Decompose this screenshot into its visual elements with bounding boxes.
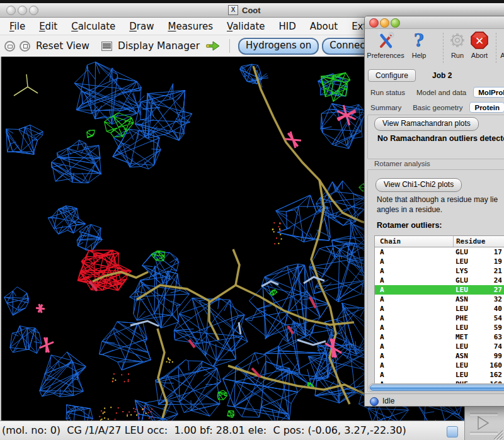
- zoom-window-icon[interactable]: [29, 6, 38, 15]
- close-window-icon[interactable]: [6, 6, 16, 15]
- menu-hid[interactable]: HID: [272, 19, 303, 34]
- dialog-toolbar-run-button: Run: [445, 30, 469, 59]
- menu-draw[interactable]: Draw: [122, 19, 161, 34]
- table-row[interactable]: ALYS21: [375, 266, 504, 276]
- zoom-dialog-icon[interactable]: [391, 18, 400, 28]
- dialog-status-text: Idle: [382, 397, 394, 405]
- dialog-toolbar-help-button[interactable]: ?Help: [404, 30, 434, 59]
- window-corner-panel: [464, 405, 504, 440]
- tab-configure[interactable]: Configure: [368, 69, 416, 82]
- divider: [470, 413, 498, 415]
- view-ramachandran-plots-button[interactable]: View Ramachandran plots: [374, 117, 479, 131]
- table-row[interactable]: ALEU160: [375, 361, 504, 370]
- column-header-chain[interactable]: Chain: [375, 236, 453, 247]
- tab-basic-geometry[interactable]: Basic geometry: [407, 103, 468, 113]
- display-icon[interactable]: [4, 41, 15, 52]
- dialog-toolbar-a-button[interactable]: A: [493, 30, 504, 59]
- gear-icon: [445, 30, 469, 50]
- table-row[interactable]: AGLU24: [375, 276, 504, 285]
- table-row[interactable]: ALEU162: [375, 370, 504, 380]
- dialog-toolbar-preferences-button[interactable]: Preferences: [366, 30, 405, 59]
- rotamer-outliers-label: Rotamer outliers:: [377, 221, 442, 230]
- ramachandran-message: No Ramachandran outliers detecte: [377, 134, 504, 143]
- scrollbar-thumb[interactable]: [370, 385, 504, 391]
- table-row[interactable]: ALEU40: [375, 304, 504, 313]
- tools-icon: [366, 30, 405, 50]
- rotamer-outliers-table: Chain Residue AGLU17ALEU19ALYS21AGLU24AL…: [374, 235, 504, 385]
- status-indicator-icon: [447, 426, 458, 437]
- no-icon: [493, 30, 504, 50]
- tab-protein[interactable]: Protein: [469, 102, 504, 113]
- column-header-residue[interactable]: Residue: [453, 236, 504, 247]
- display-manager-button[interactable]: Display Manager: [118, 40, 200, 52]
- table-row[interactable]: ALEU59: [375, 323, 504, 332]
- table-row[interactable]: AASN32: [375, 295, 504, 304]
- rotamer-frame-label: Rotamer analysis: [374, 160, 430, 167]
- stop-icon: ✕: [467, 30, 492, 50]
- green-arrow-icon[interactable]: [205, 40, 220, 52]
- table-row[interactable]: ALEU27: [375, 285, 504, 295]
- molprobity-dialog: Preferences?HelpRun✕AbortA ConfigureJob …: [364, 16, 504, 407]
- tab-row-categories: SummaryBasic geometryProteinCl: [365, 101, 504, 114]
- minimize-window-icon[interactable]: [18, 6, 27, 15]
- view-chi1-chi2-plots-button[interactable]: View Chi1-Chi2 plots: [375, 178, 462, 192]
- frame-icon[interactable]: [20, 41, 30, 52]
- x11-window-icon: X: [228, 5, 238, 15]
- menu-validate[interactable]: Validate: [220, 19, 272, 34]
- tab-molprobit[interactable]: MolProbit: [473, 87, 504, 98]
- table-row[interactable]: AASN99: [375, 351, 504, 361]
- ramachandran-panel: View Ramachandran plots No Ramachandran …: [367, 115, 504, 159]
- svg-text:?: ?: [414, 31, 424, 50]
- tab-row-sections: Run statusModel and dataMolProbit: [365, 86, 504, 99]
- tab-run-status[interactable]: Run status: [365, 87, 411, 98]
- horizontal-scrollbar[interactable]: [369, 383, 504, 392]
- rotamer-note-line1: Note that although a residue may lie: [377, 195, 498, 204]
- divider: [470, 432, 498, 434]
- table-row[interactable]: APHE54: [375, 313, 504, 323]
- display-manager-list-icon[interactable]: [101, 42, 112, 51]
- rotamer-note-line2: angles in a residue.: [377, 205, 442, 214]
- hydrogens-toggle-button[interactable]: Hydrogens on: [238, 38, 319, 55]
- coot-application: X Coot FileEditCalculateDrawMeasuresVali…: [0, 0, 504, 440]
- dialog-toolbar: Preferences?HelpRun✕AbortA: [365, 29, 504, 65]
- help-icon: ?: [404, 30, 434, 50]
- svg-text:✕: ✕: [475, 35, 484, 47]
- table-header[interactable]: Chain Residue: [375, 236, 504, 247]
- dialog-toolbar-abort-button[interactable]: ✕Abort: [467, 30, 492, 59]
- tab-summary[interactable]: Summary: [365, 103, 407, 113]
- menu-about[interactable]: About: [303, 19, 345, 34]
- menu-measures[interactable]: Measures: [161, 19, 220, 34]
- rotamer-panel: View Chi1-Chi2 plots Note that although …: [367, 169, 504, 392]
- expander-triangle-icon[interactable]: [478, 417, 488, 429]
- tab-row-jobs: ConfigureJob 2: [365, 68, 504, 83]
- blue-dot-icon: [370, 397, 379, 406]
- dialog-status-bar: Idle: [365, 393, 504, 407]
- menu-calculate[interactable]: Calculate: [64, 19, 122, 34]
- minimize-dialog-icon[interactable]: [380, 18, 389, 28]
- reset-view-button[interactable]: Reset View: [36, 40, 89, 52]
- menu-file[interactable]: File: [3, 19, 32, 34]
- dialog-titlebar: [365, 16, 504, 29]
- table-row[interactable]: ALEU74: [375, 342, 504, 351]
- toolbar-separator: [229, 39, 230, 53]
- tab-job-2[interactable]: Job 2: [432, 71, 452, 80]
- table-row[interactable]: ALEU19: [375, 257, 504, 266]
- atom-status-text: (mol. no: 0) CG /1/A/27 LEU occ: 1.00 bf…: [2, 424, 406, 436]
- toolbar-separator: [443, 33, 444, 63]
- tab-model-and-data[interactable]: Model and data: [411, 87, 472, 98]
- table-row[interactable]: AGLU17: [375, 247, 504, 257]
- main-status-bar: (mol. no: 0) CG /1/A/27 LEU occ: 1.00 bf…: [0, 420, 504, 440]
- menu-edit[interactable]: Edit: [32, 19, 64, 34]
- table-row[interactable]: AMET63: [375, 332, 504, 342]
- close-dialog-icon[interactable]: [369, 18, 379, 28]
- window-title: Coot: [242, 6, 261, 15]
